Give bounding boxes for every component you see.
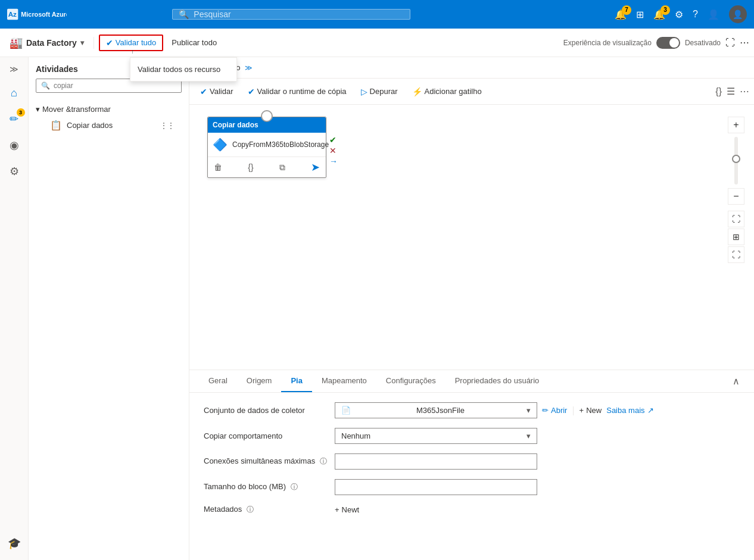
azure-topbar: Az Microsoft Azure 🔍 🔔 7 ⊞ 🔔 3 ⚙ ? 👤 👤	[0, 0, 754, 29]
disabled-label: Desativado	[685, 39, 721, 47]
zoom-reset-btn[interactable]: ⊞	[728, 229, 744, 245]
zoom-fit-btn[interactable]: ⛶	[728, 211, 744, 227]
node-arrow-icon[interactable]: ➤	[310, 159, 321, 175]
trigger-label: Adicionar gatilho	[425, 87, 482, 96]
user-menu-icon[interactable]: 👤	[708, 9, 719, 20]
sink-dataset-chevron: ▾	[526, 406, 531, 415]
more-pipeline-icon[interactable]: ⋯	[740, 86, 749, 97]
sidebar-item-manage[interactable]: ⚙	[2, 159, 26, 183]
sidebar-item-home[interactable]: ⌂	[2, 81, 26, 105]
zoom-in-btn[interactable]: +	[728, 117, 744, 133]
node-code-icon[interactable]: {}	[247, 161, 254, 173]
pipeline-toolbar: ✔ Validar ✔ Validar o runtime de cópia ▷…	[189, 79, 754, 105]
copy-behavior-control: Nenhum ▾	[335, 428, 537, 444]
df-brand-expand[interactable]: ▾	[80, 39, 84, 47]
list-icon[interactable]: ☰	[727, 86, 735, 97]
node-delete-icon[interactable]: 🗑	[213, 161, 223, 173]
tab-geral-label: Geral	[208, 376, 228, 385]
portal-icon[interactable]: ⊞	[636, 9, 644, 20]
node-copy-action-icon[interactable]: ⧉	[278, 161, 286, 174]
tab-origem[interactable]: Origem	[237, 370, 282, 392]
activities-search-input[interactable]	[54, 82, 176, 90]
open-button[interactable]: ✏ Abrir	[542, 406, 567, 415]
max-connections-info-icon[interactable]: ⓘ	[320, 457, 327, 465]
sink-dataset-value: M365JsonFile	[416, 406, 465, 415]
tab-pia-label: Pia	[291, 376, 303, 385]
zoom-slider-track[interactable]	[734, 137, 738, 184]
sidebar-item-edit[interactable]: ✏ 3	[2, 107, 26, 131]
block-size-input[interactable]	[335, 479, 537, 495]
block-size-row: Tamanho do bloco (MB) ⓘ	[204, 479, 740, 495]
tab-propriedades[interactable]: Propriedades do usuário	[445, 370, 549, 392]
block-size-info-icon[interactable]: ⓘ	[291, 483, 298, 491]
activity-group-header[interactable]: ▾ Mover &transformar	[36, 102, 182, 116]
zoom-out-btn[interactable]: −	[728, 188, 744, 205]
search-input[interactable]	[194, 10, 404, 19]
sidebar-item-learn[interactable]: 🎓	[2, 531, 26, 555]
df-brand: 🏭 Data Factory ▾	[5, 36, 89, 49]
copy-behavior-dropdown[interactable]: Nenhum ▾	[335, 428, 537, 444]
cursor-indicator: ↑	[131, 48, 134, 55]
props-collapse-btn[interactable]: ∧	[728, 371, 744, 392]
activities-list: ▾ Mover &transformar 📋 Copiar dados ⋮⋮	[29, 98, 189, 560]
settings-icon[interactable]: ⚙	[675, 9, 683, 20]
max-connections-row: Conexões simultâneas máximas ⓘ	[204, 453, 740, 470]
notifications-icon[interactable]: 🔔 7	[615, 9, 627, 20]
canvas-container: ⟋ tubulação ≫ ✔ Validar ✔ Validar o runt…	[189, 57, 754, 560]
learn-label: Saiba mais	[606, 406, 644, 415]
df-brand-icon: 🏭	[10, 36, 23, 49]
publish-label: Publicar todo	[172, 38, 217, 47]
validate-btn[interactable]: ✔ Validar	[194, 85, 239, 99]
avatar[interactable]: 👤	[729, 5, 747, 23]
activity-item-copy[interactable]: 📋 Copiar dados ⋮⋮	[36, 116, 182, 134]
expand-icon[interactable]: ⛶	[725, 37, 735, 48]
debug-btn[interactable]: ▷ Depurar	[355, 85, 404, 99]
tab-pia[interactable]: Pia	[281, 370, 312, 392]
copy-data-label: Copiar dados	[67, 121, 113, 130]
validate-copy-btn[interactable]: ✔ Validar o runtime de cópia	[242, 85, 353, 99]
new-button[interactable]: + New	[579, 406, 602, 415]
metadata-text: Metadados	[204, 505, 242, 514]
azure-logo: Az Microsoft Azure	[7, 7, 67, 21]
more-options-icon[interactable]: ⋯	[740, 37, 749, 48]
pipeline-node-body[interactable]: 🔷 CopyFromM365toBlobStorage	[208, 133, 326, 157]
validate-btn-icon: ✔	[200, 87, 207, 96]
tab-configuracoes[interactable]: Configurações	[376, 370, 445, 392]
sidebar-item-monitor[interactable]: ◉	[2, 133, 26, 157]
sink-dataset-dropdown[interactable]: 📄 M365JsonFile ▾	[335, 402, 537, 418]
tab-geral[interactable]: Geral	[199, 370, 237, 392]
experience-toggle[interactable]	[656, 37, 680, 49]
max-connections-input[interactable]	[335, 453, 537, 470]
tab-propriedades-label: Propriedades do usuário	[455, 376, 540, 385]
code-icon[interactable]: {}	[715, 86, 722, 97]
sidebar-expand-btn[interactable]: ≫	[2, 62, 26, 76]
help-icon[interactable]: ?	[693, 9, 698, 20]
pipeline-node: Copiar dados 🔷 CopyFromM365toBlobStorage…	[207, 117, 326, 178]
validate-all-button[interactable]: ✔ Validar tudo ↑	[99, 35, 163, 51]
copy-behavior-row: Copiar comportamento Nenhum ▾	[204, 428, 740, 444]
search-bar[interactable]: 🔍	[172, 9, 410, 20]
sink-dataset-row: Conjunto de dados de coletor 📄 M365JsonF…	[204, 402, 740, 418]
metadata-info-icon[interactable]: ⓘ	[247, 505, 254, 514]
sink-dataset-control: 📄 M365JsonFile ▾	[335, 402, 537, 418]
learn-more-button[interactable]: Saiba mais ↗	[606, 406, 653, 415]
newt-button[interactable]: + Newt	[335, 505, 359, 514]
validate-icon: ✔	[106, 38, 113, 48]
metadata-label: Metadados ⓘ	[204, 505, 335, 515]
copy-behavior-chevron: ▾	[526, 431, 531, 440]
zoom-slider-thumb[interactable]	[732, 155, 740, 163]
sidebar-icons: ≫ ⌂ ✏ 3 ◉ ⚙ 🎓	[0, 57, 29, 560]
publish-button[interactable]: Publicar todo	[166, 36, 223, 49]
edit-icon: ✏	[542, 406, 549, 415]
breadcrumb-expand-right[interactable]: ≫	[245, 64, 253, 72]
toolbar-right: Experiência de visualização Desativado ⛶…	[563, 37, 749, 49]
node-header-label: Copiar dados	[213, 121, 258, 129]
search-icon: 🔍	[179, 10, 189, 19]
alerts-icon[interactable]: 🔔 3	[653, 9, 665, 20]
sink-dataset-actions: ✏ Abrir | + New Saiba mais ↗	[542, 405, 654, 416]
validate-all-resources-item[interactable]: Validar todos os recurso	[130, 60, 236, 79]
canvas-area[interactable]: Copiar dados 🔷 CopyFromM365toBlobStorage…	[189, 105, 754, 370]
tab-mapeamento[interactable]: Mapeamento	[312, 370, 376, 392]
add-trigger-btn[interactable]: ⚡ Adicionar gatilho	[406, 85, 488, 99]
zoom-collapse-btn[interactable]: ⛶	[728, 246, 744, 263]
